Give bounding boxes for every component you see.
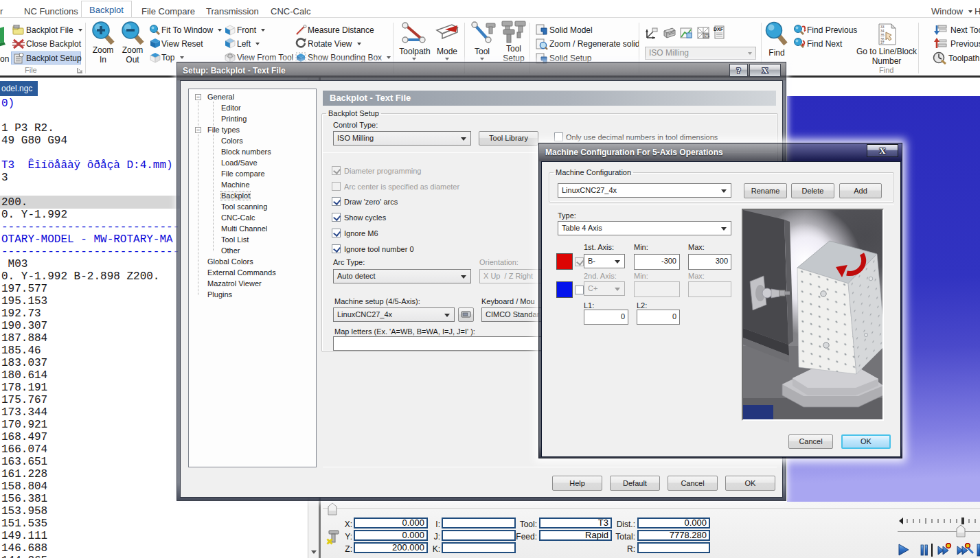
svg-text:DXF: DXF — [714, 27, 724, 32]
svg-text:37: 37 — [880, 40, 885, 45]
svg-text:STL: STL — [704, 34, 710, 38]
